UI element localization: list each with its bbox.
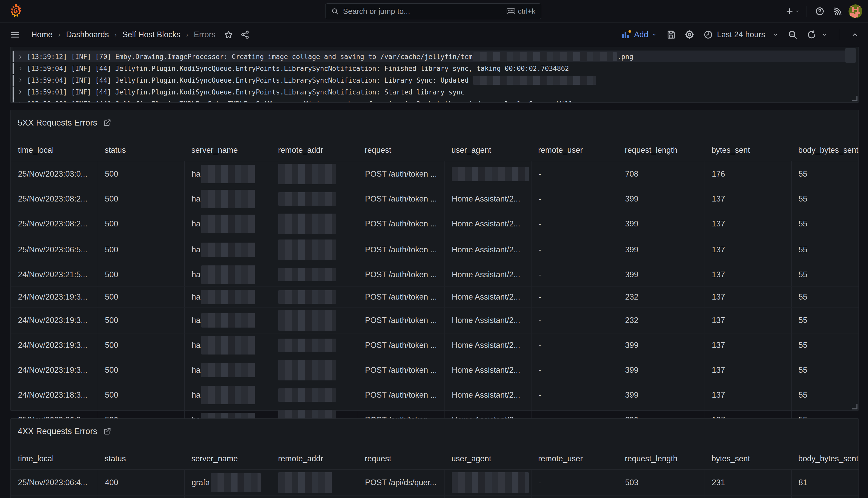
log-row[interactable]: [13:59:00] [INF] [44] Jellyfin.Plugin.TM… <box>13 98 856 103</box>
avatar-pixel-art <box>849 4 862 18</box>
redacted-blur <box>201 290 255 304</box>
log-expand-chevron-icon[interactable] <box>18 90 23 95</box>
table-cell-server_name: ha <box>185 383 271 407</box>
panel-resize-handle[interactable] <box>852 404 857 409</box>
table-cell-server_name: ha <box>185 187 271 211</box>
redacted-blur <box>201 165 255 183</box>
breadcrumb-item-self-host-blocks[interactable]: Self Host Blocks <box>122 30 180 39</box>
column-header-status[interactable]: status <box>98 139 185 161</box>
collapse-toolbar-icon[interactable] <box>851 31 859 39</box>
panel-resize-handle[interactable] <box>852 96 857 101</box>
table-cell-remote_addr <box>271 307 358 333</box>
redacted-blur <box>473 76 596 85</box>
table-row: 24/Nov/2023:19:3...500haPOST /auth/token… <box>11 357 858 383</box>
column-header-request[interactable]: request <box>358 139 445 161</box>
log-expand-chevron-icon[interactable] <box>18 66 23 71</box>
table-cell-bytes_sent: 176 <box>705 161 791 187</box>
breadcrumb-item-home[interactable]: Home <box>31 30 53 39</box>
log-message: [13:59:01] [INF] [44] Jellyfin.Plugin.Ko… <box>27 88 464 96</box>
column-header-status[interactable]: status <box>98 447 185 470</box>
table-cell-bytes_sent: 137 <box>705 263 791 287</box>
favorite-star-icon[interactable] <box>224 30 233 39</box>
column-header-user_agent[interactable]: user_agent <box>445 139 531 161</box>
table-cell-user_agent: Home Assistant/2... <box>445 307 531 333</box>
table-cell-request_length: 503 <box>618 470 705 495</box>
column-header-remote_addr[interactable]: remote_addr <box>271 139 358 161</box>
column-header-request_length[interactable]: request_length <box>618 447 705 470</box>
column-header-request_length[interactable]: request_length <box>618 139 705 161</box>
help-button[interactable] <box>813 4 827 18</box>
log-row[interactable]: [13:59:12] [INF] [70] Emby.Drawing.Image… <box>13 51 856 62</box>
news-button[interactable] <box>830 4 845 18</box>
column-header-time_local[interactable]: time_local <box>11 447 98 470</box>
table-cell-time_local: 25/Nov/2023:06:4... <box>11 470 98 495</box>
breadcrumb-separator: › <box>58 31 60 39</box>
breadcrumb-item-dashboards[interactable]: Dashboards <box>66 30 109 39</box>
column-header-bytes_sent[interactable]: bytes_sent <box>705 447 791 470</box>
zoom-out-time-icon[interactable] <box>788 30 798 40</box>
panel-title[interactable]: 4XX Requests Errors <box>18 427 97 436</box>
refresh-interval-chevron-icon[interactable] <box>822 32 827 38</box>
table-cell-user_agent: Home Assistant/2... <box>445 287 531 307</box>
redacted-blur <box>278 339 336 352</box>
time-range-picker[interactable]: Last 24 hours <box>704 30 778 39</box>
log-row[interactable]: [13:59:04] [INF] [44] Jellyfin.Plugin.Ko… <box>13 75 856 86</box>
log-message: [13:59:12] [INF] [70] Emby.Drawing.Image… <box>27 52 633 61</box>
column-header-body_bytes_sent[interactable]: body_bytes_sent <box>791 447 858 470</box>
logs-scrollbar-thumb[interactable] <box>845 48 856 63</box>
log-row[interactable]: [13:59:04] [INF] [44] Jellyfin.Plugin.Ko… <box>13 63 856 74</box>
table-cell-request_length: 232 <box>618 307 705 333</box>
table-header-row: time_localstatusserver_nameremote_addrre… <box>11 447 858 470</box>
table-cell-user_agent <box>445 496 531 498</box>
redacted-blur <box>201 190 255 208</box>
table-cell-remote_user: - <box>531 161 618 187</box>
column-header-remote_user[interactable]: remote_user <box>531 447 618 470</box>
external-link-icon[interactable] <box>103 428 111 435</box>
table-cell-time_local: 25/Nov/2023:06:4... <box>11 496 98 498</box>
column-header-request[interactable]: request <box>358 447 445 470</box>
table-cell-remote_user: - <box>531 496 618 498</box>
column-header-time_local[interactable]: time_local <box>11 139 98 161</box>
column-header-server_name[interactable]: server_name <box>185 139 271 161</box>
table-cell-server_name: grafa <box>185 470 271 495</box>
add-panel-button[interactable]: Add <box>622 30 657 39</box>
table-cell-body_bytes_sent: 55 <box>791 237 858 263</box>
log-expand-chevron-icon[interactable] <box>18 54 23 59</box>
new-button[interactable] <box>786 4 800 18</box>
table-cell-bytes_sent: 137 <box>705 211 791 237</box>
search-input[interactable]: Search or jump to... ctrl+k <box>325 3 541 19</box>
grafana-logo[interactable] <box>9 4 24 19</box>
share-icon[interactable] <box>241 30 249 39</box>
log-expand-chevron-icon[interactable] <box>18 101 23 103</box>
table-body: 25/Nov/2023:06:4...400grafaPOST /api/ds/… <box>11 470 858 498</box>
column-header-remote_addr[interactable]: remote_addr <box>271 447 358 470</box>
table-cell-bytes_sent: 137 <box>705 237 791 263</box>
column-header-user_agent[interactable]: user_agent <box>445 447 531 470</box>
table-cell-body_bytes_sent: 55 <box>791 333 858 357</box>
refresh-icon[interactable] <box>807 30 816 40</box>
help-icon <box>815 7 824 16</box>
column-header-body_bytes_sent[interactable]: body_bytes_sent <box>791 139 858 161</box>
log-expand-chevron-icon[interactable] <box>18 78 23 83</box>
table-cell-bytes_sent: 137 <box>705 187 791 211</box>
save-dashboard-icon[interactable] <box>666 30 675 39</box>
external-link-icon[interactable] <box>103 119 111 127</box>
user-avatar[interactable] <box>849 4 862 18</box>
table-row: 25/Nov/2023:06:4...400grafaPOST /api/ds/… <box>11 470 858 496</box>
column-header-bytes_sent[interactable]: bytes_sent <box>705 139 791 161</box>
menu-toggle-icon[interactable] <box>10 30 20 40</box>
keyboard-icon <box>506 8 515 15</box>
table-cell-request_length: 232 <box>618 287 705 307</box>
panel-title[interactable]: 5XX Requests Errors <box>18 118 97 128</box>
dashboard-settings-icon[interactable] <box>684 30 694 40</box>
redacted-blur <box>452 167 529 181</box>
table-cell-server_name: ha <box>185 287 271 307</box>
column-header-remote_user[interactable]: remote_user <box>531 139 618 161</box>
clock-icon <box>704 30 713 39</box>
table-cell-request: POST /auth/token ... <box>358 211 445 237</box>
table-cell-body_bytes_sent: 55 <box>791 211 858 237</box>
table-cell-body_bytes_sent: 81 <box>791 496 858 498</box>
table-cell-user_agent: Home Assistant/2... <box>445 187 531 211</box>
log-row[interactable]: [13:59:01] [INF] [44] Jellyfin.Plugin.Ko… <box>13 87 856 98</box>
column-header-server_name[interactable]: server_name <box>185 447 271 470</box>
